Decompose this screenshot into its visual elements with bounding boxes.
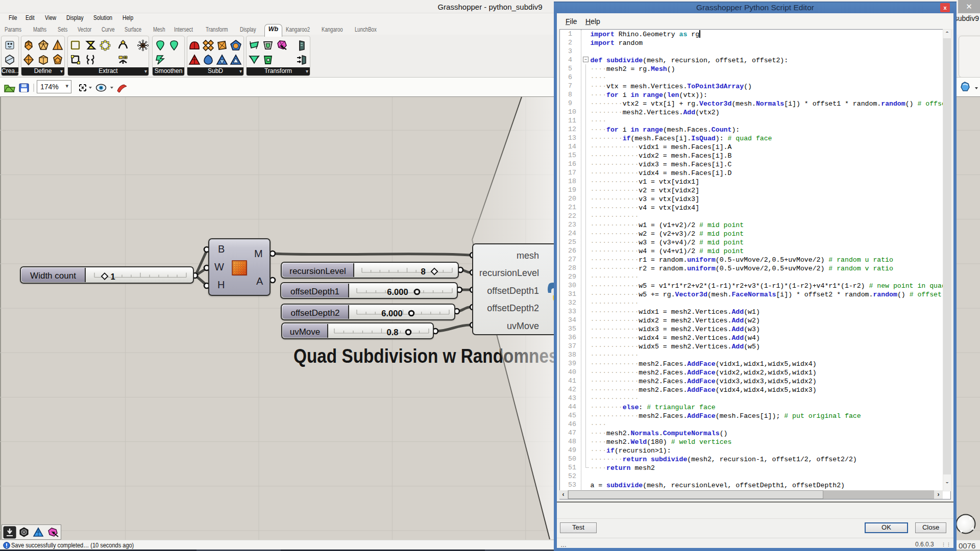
svg-text:8: 8 bbox=[421, 267, 425, 276]
svg-text:6.000: 6.000 bbox=[387, 287, 408, 296]
svg-text:1: 1 bbox=[110, 272, 115, 281]
svg-text:0.8: 0.8 bbox=[387, 328, 399, 337]
svg-text:6.000: 6.000 bbox=[381, 309, 402, 318]
